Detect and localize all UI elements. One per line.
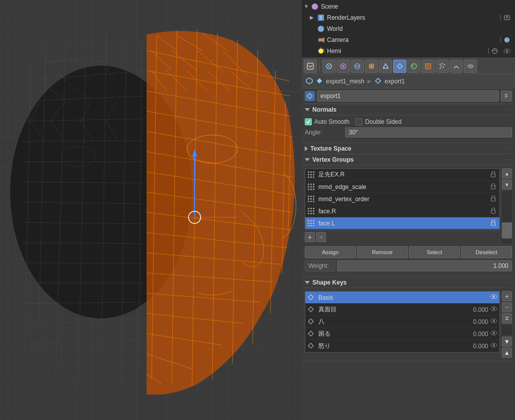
- fake-user-button[interactable]: F: [501, 90, 512, 102]
- vg-item-2[interactable]: mmd_vertex_order: [305, 193, 499, 205]
- auto-smooth-label: Auto Smooth: [314, 118, 349, 125]
- toolbar-material-icon[interactable]: [407, 60, 420, 73]
- vertex-groups-section-header[interactable]: Vertex Groups ···: [302, 154, 515, 165]
- weight-value[interactable]: 1.000: [337, 260, 512, 271]
- tree-item-camera[interactable]: Camera: [302, 34, 515, 45]
- tree-item-scene[interactable]: ▼ Scene: [302, 1, 515, 12]
- vg-scrollbar-thumb: [502, 222, 512, 238]
- double-sided-item[interactable]: Double Sided: [355, 118, 401, 125]
- vg-item-0[interactable]: 足先EX.R: [305, 169, 499, 181]
- angle-value[interactable]: 30°: [345, 127, 512, 137]
- svg-point-120: [440, 67, 441, 69]
- svg-point-96: [492, 49, 497, 54]
- vg-item-4[interactable]: face.L: [305, 217, 499, 229]
- svg-point-91: [504, 37, 509, 42]
- hemi-icon: [317, 47, 325, 55]
- texture-space-section-header[interactable]: Texture Space ···: [302, 143, 515, 154]
- sk-down-button[interactable]: ▼: [502, 337, 512, 347]
- assign-button[interactable]: Assign: [305, 246, 356, 258]
- normals-section-header[interactable]: Normals ···: [302, 104, 515, 115]
- breadcrumb-mesh-label: export1_mesh: [326, 78, 364, 85]
- vg-name-0: 足先EX.R: [318, 170, 490, 179]
- sk-extra-button[interactable]: [502, 313, 512, 323]
- sk-eye-3: [490, 330, 497, 338]
- sk-item-4[interactable]: 怒り 0.000: [305, 340, 499, 352]
- vertex-groups-title: Vertex Groups: [312, 156, 354, 163]
- svg-point-135: [493, 296, 495, 298]
- sk-icon-4: [307, 342, 315, 350]
- shape-keys-section-header[interactable]: Shape Keys ···: [302, 277, 515, 288]
- toolbar-modifier-icon[interactable]: [379, 60, 392, 73]
- sk-add-button[interactable]: +: [502, 291, 512, 301]
- toolbar-data-icon[interactable]: [393, 60, 406, 73]
- svg-point-109: [412, 65, 414, 67]
- toolbar-selector-btn[interactable]: [304, 60, 317, 73]
- vertex-groups-content: 足先EX.R mmd_edge_scale: [302, 165, 515, 277]
- renderlayers-expand-arrow: ▶: [310, 15, 316, 21]
- toolbar-physics-icon[interactable]: [450, 60, 463, 73]
- svg-point-92: [318, 49, 323, 54]
- vg-scroll-up[interactable]: ▲: [502, 168, 512, 178]
- double-sided-label: Double Sided: [365, 118, 401, 125]
- sk-item-1[interactable]: 真面目 0.000: [305, 304, 499, 316]
- auto-smooth-checkbox[interactable]: [305, 118, 312, 125]
- breadcrumb-mesh-icon: [306, 77, 313, 85]
- toolbar-constraints-icon[interactable]: [464, 60, 477, 73]
- breadcrumb-bar: export1_mesh ▶ export1: [302, 74, 515, 88]
- vg-lock-2: [490, 196, 497, 203]
- toolbar-scene-icon[interactable]: [337, 60, 350, 73]
- weight-row: Weight: 1.000: [305, 260, 512, 271]
- vg-item-3[interactable]: face.R: [305, 205, 499, 217]
- svg-marker-136: [308, 307, 313, 312]
- svg-marker-124: [306, 78, 312, 84]
- vg-actions-dots: · · ·: [327, 232, 500, 242]
- vg-scroll-controls: ▲ ▼: [502, 168, 512, 244]
- sk-up-button[interactable]: ▲: [502, 348, 512, 358]
- deselect-button[interactable]: Deselect: [461, 246, 512, 258]
- sk-remove-button[interactable]: −: [502, 302, 512, 312]
- vg-remove-button[interactable]: −: [316, 232, 326, 242]
- svg-rect-131: [491, 210, 495, 213]
- sk-item-0[interactable]: Basis: [305, 292, 499, 304]
- sk-value-3: 0.000: [473, 331, 488, 338]
- double-sided-checkbox[interactable]: [355, 118, 362, 125]
- tree-item-renderlayers[interactable]: ▶ RenderLayers: [302, 12, 515, 23]
- vg-scrollbar-track: [502, 191, 512, 244]
- svg-rect-110: [426, 64, 431, 69]
- scene-tree: ▼ Scene ▶ RenderLayers World: [302, 0, 515, 58]
- tree-item-world[interactable]: World: [302, 23, 515, 34]
- sk-item-3[interactable]: 困る 0.000: [305, 328, 499, 340]
- vg-actions-row: + − · · ·: [305, 232, 500, 242]
- svg-line-94: [323, 49, 324, 50]
- normals-title: Normals: [312, 106, 337, 113]
- sk-list-wrapper: Basis 真面目 0.000: [305, 291, 500, 358]
- svg-marker-133: [308, 295, 313, 300]
- svg-marker-142: [308, 331, 313, 336]
- vg-lock-0: [490, 171, 497, 178]
- remove-button[interactable]: Remove: [357, 246, 408, 258]
- sk-eye-0: [490, 294, 497, 301]
- camera-extra-icon: [503, 36, 511, 44]
- svg-rect-105: [370, 65, 372, 67]
- shape-keys-title: Shape Keys: [312, 279, 347, 286]
- right-panel: ▼ Scene ▶ RenderLayers World: [302, 0, 515, 420]
- vertex-groups-dots: ···: [505, 157, 512, 162]
- vg-grid-icon-3: [307, 207, 315, 215]
- svg-point-118: [441, 65, 442, 67]
- toolbar-render-icon[interactable]: [322, 60, 336, 73]
- hemi-label: Hemi: [327, 48, 486, 55]
- toolbar-texture-icon[interactable]: [422, 60, 435, 73]
- vg-scroll-down[interactable]: ▼: [502, 179, 512, 190]
- auto-smooth-item[interactable]: Auto Smooth: [305, 118, 349, 125]
- name-input[interactable]: [317, 90, 499, 102]
- toolbar-object-icon[interactable]: [365, 60, 378, 73]
- vg-add-button[interactable]: +: [305, 232, 315, 242]
- vg-item-1[interactable]: mmd_edge_scale: [305, 181, 499, 193]
- tree-item-hemi[interactable]: Hemi: [302, 45, 515, 57]
- sk-item-2[interactable]: 八 0.000: [305, 316, 499, 328]
- svg-point-144: [493, 332, 495, 334]
- toolbar-particles-icon[interactable]: [436, 60, 449, 73]
- svg-point-141: [493, 320, 495, 322]
- select-button[interactable]: Select: [409, 246, 460, 258]
- toolbar-world-icon[interactable]: [351, 60, 364, 73]
